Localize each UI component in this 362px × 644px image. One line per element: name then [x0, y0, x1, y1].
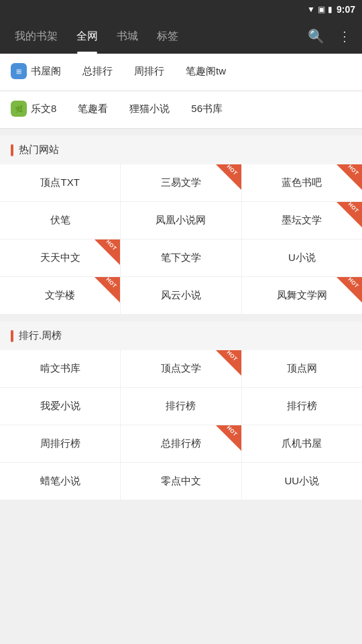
cell-zhuajishuwu[interactable]: 爪机书屋 [242, 425, 362, 462]
rank-row-4: 蜡笔小说 零点中文 UU小说 [0, 463, 362, 500]
hot-badge [337, 164, 362, 190]
section-title-hot: 热门网站 [19, 144, 59, 156]
hot-badge [216, 164, 241, 190]
cell-dingdiantxt[interactable]: 顶点TXT [0, 164, 121, 201]
battery-icon: ▮ [328, 5, 333, 14]
cell-fengwu[interactable]: 凤舞文学网 [242, 277, 362, 314]
status-icons: ▼ ▣ ▮ [307, 5, 333, 14]
section-bar-rank [11, 330, 13, 342]
tab-mybookshelf[interactable]: 我的书架 [5, 19, 67, 54]
rank-row-1: 啃文书库 顶点文学 顶点网 [0, 350, 362, 388]
source-tab-zongpaihang-label: 总排行 [82, 65, 113, 78]
source-tab-56shu[interactable]: 56书库 [180, 91, 233, 128]
cell-lanseshuba[interactable]: 蓝色书吧 [242, 164, 362, 201]
grid-row-3: 天天中文 笔下文学 U小说 [0, 239, 362, 277]
cell-zongpaihangbang[interactable]: 总排行榜 [121, 425, 241, 462]
cell-woaixiaoshuo[interactable]: 我爱小说 [0, 388, 121, 425]
grid-rank: 啃文书库 顶点文学 顶点网 我爱小说 排行榜 排行榜 周排行榜 总排行榜 爪机书 [0, 350, 362, 500]
source-tab-56shu-label: 56书库 [191, 103, 223, 115]
more-button[interactable]: ⋮ [333, 23, 357, 50]
source-tab-zhoupaihang-label: 周排行 [134, 65, 164, 78]
gap-before-rank [0, 315, 362, 321]
source-tab-biqukan-label: 笔趣看 [78, 103, 108, 115]
section-title-rank: 排行.周榜 [19, 329, 62, 342]
cell-fubi[interactable]: 伏笔 [0, 202, 121, 239]
cell-tiantianzw[interactable]: 天天中文 [0, 239, 121, 276]
grid-row-4: 文学楼 风云小说 凤舞文学网 [0, 277, 362, 315]
cell-motan[interactable]: 墨坛文学 [242, 202, 362, 239]
source-tabs-row1: ⊞ 书屋阁 总排行 周排行 笔趣阁tw [0, 54, 362, 91]
status-time: 9:07 [337, 4, 355, 15]
source-tab-biquge[interactable]: 笔趣阁tw [175, 54, 237, 91]
grid-hot-websites: 顶点TXT 三易文学 蓝色书吧 伏笔 凤凰小说网 墨坛文学 天天中文 笔下文学 [0, 164, 362, 315]
source-tab-limao-label: 狸猫小说 [129, 103, 170, 115]
hot-badge [95, 277, 120, 303]
tab-tags[interactable]: 标签 [147, 19, 188, 54]
top-nav: 我的书架 全网 书城 标签 🔍 ⋮ [0, 19, 362, 54]
cell-sanyiwenxue[interactable]: 三易文学 [121, 164, 241, 201]
cell-paihangbang-1[interactable]: 排行榜 [121, 388, 241, 425]
cell-zhoupaihangbang[interactable]: 周排行榜 [0, 425, 121, 462]
source-tab-shuwuge-label: 书屋阁 [31, 65, 61, 78]
cell-kenwenshuku[interactable]: 啃文书库 [0, 350, 121, 387]
hot-badge [95, 239, 120, 265]
cell-dingdianwang[interactable]: 顶点网 [242, 350, 362, 387]
source-tab-biqukan[interactable]: 笔趣看 [67, 91, 119, 128]
source-tab-zongpaihang[interactable]: 总排行 [72, 54, 123, 91]
rank-row-3: 周排行榜 总排行榜 爪机书屋 [0, 425, 362, 463]
hot-badge [337, 202, 362, 227]
tab-allnet[interactable]: 全网 [67, 19, 107, 54]
hot-badge [337, 277, 362, 303]
source-tab-biquge-label: 笔趣阁tw [186, 65, 226, 78]
cell-wenxuelou[interactable]: 文学楼 [0, 277, 121, 314]
cell-paihangbang-2[interactable]: 排行榜 [242, 388, 362, 425]
source-tab-lewen-label: 乐文8 [31, 103, 56, 115]
source-tab-shuwuge[interactable]: ⊞ 书屋阁 [0, 54, 72, 91]
nav-icons: 🔍 ⋮ [302, 23, 357, 50]
shuwuge-icon: ⊞ [11, 63, 27, 79]
cell-fengyun[interactable]: 风云小说 [121, 277, 241, 314]
source-tab-lewen[interactable]: 🌿 乐文8 [0, 91, 67, 128]
status-bar: ▼ ▣ ▮ 9:07 [0, 0, 362, 19]
tab-bookstore[interactable]: 书城 [107, 19, 147, 54]
search-button[interactable]: 🔍 [302, 23, 330, 50]
hot-badge [216, 350, 241, 376]
cell-bixia[interactable]: 笔下文学 [121, 239, 241, 276]
hot-badge [216, 425, 241, 451]
signal-icon: ▣ [318, 5, 325, 14]
cell-dingdianwenxue[interactable]: 顶点文学 [121, 350, 241, 387]
lewen-icon: 🌿 [11, 101, 27, 117]
source-tabs-row2: 🌿 乐文8 笔趣看 狸猫小说 56书库 [0, 91, 362, 129]
cell-labixiaoshuo[interactable]: 蜡笔小说 [0, 463, 121, 500]
grid-row-1: 顶点TXT 三易文学 蓝色书吧 [0, 164, 362, 202]
cell-uxiaoshuo[interactable]: U小说 [242, 239, 362, 276]
section-header-rank: 排行.周榜 [0, 321, 362, 350]
cell-uuxiaoshuo[interactable]: UU小说 [242, 463, 362, 500]
section-header-hot: 热门网站 [0, 136, 362, 164]
rank-row-2: 我爱小说 排行榜 排行榜 [0, 388, 362, 425]
source-tab-zhoupaihang[interactable]: 周排行 [123, 54, 175, 91]
cell-fenghuang[interactable]: 凤凰小说网 [121, 202, 241, 239]
source-tab-limao[interactable]: 狸猫小说 [119, 91, 180, 128]
wifi-icon: ▼ [307, 5, 315, 14]
section-bar-hot [11, 144, 13, 156]
cell-lingdianzw[interactable]: 零点中文 [121, 463, 241, 500]
gap-before-hot [0, 129, 362, 136]
grid-row-2: 伏笔 凤凰小说网 墨坛文学 [0, 202, 362, 239]
